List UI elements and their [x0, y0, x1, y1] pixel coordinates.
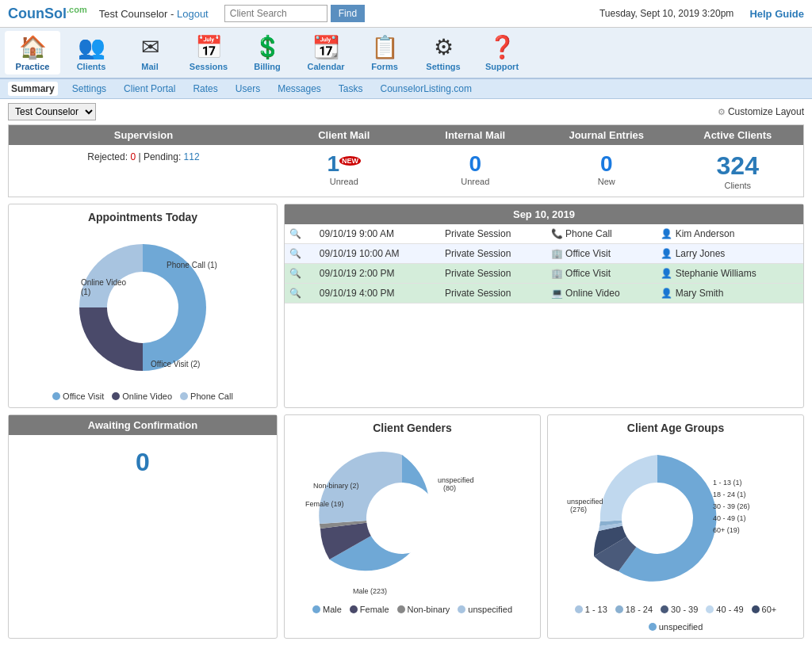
subnav-messages[interactable]: Messages [274, 82, 324, 96]
appointments-today: Appointments Today Online Video (1) Phon… [8, 204, 278, 408]
settings-label: Settings [426, 62, 460, 71]
help-guide-link[interactable]: Help Guide [749, 8, 804, 20]
customize-label: Customize Layout [728, 106, 804, 117]
male-dot [312, 605, 320, 613]
search-icon-cell[interactable]: 🔍 [285, 244, 315, 264]
datetime: Tuesday, Sept 10, 2019 3:20pm [599, 8, 733, 19]
supervision-rejected: Rejected: 0 | Pending: 112 [87, 151, 199, 162]
age-unspecified-dot [649, 623, 657, 631]
nav-billing[interactable]: 💲 Billing [239, 31, 295, 74]
nav-support[interactable]: ❓ Support [474, 31, 530, 74]
appt-client[interactable]: 👤 Larry Jones [656, 244, 803, 264]
sessions-label: Sessions [190, 62, 228, 71]
appt-client[interactable]: 👤 Kim Anderson [656, 224, 803, 244]
svg-text:Male (223): Male (223) [353, 587, 387, 595]
nonbinary-label: Non-binary [408, 605, 450, 614]
bottom-content: Awaiting Confirmation 0 Client Genders u… [0, 414, 812, 645]
age-1-13-dot [575, 605, 583, 613]
age-30-39-dot [661, 605, 668, 613]
appt-datetime: 09/10/19 10:00 AM [315, 244, 440, 264]
genders-chart-section: Client Genders unspecified (80) Non-bina… [284, 414, 541, 639]
nav-forms[interactable]: 📋 Forms [357, 31, 412, 74]
logout-link[interactable]: Logout [177, 8, 209, 20]
search-icon-cell[interactable]: 🔍 [285, 224, 315, 244]
rejected-link[interactable]: 0 [130, 151, 136, 162]
appt-client[interactable]: 👤 Mary Smith [656, 284, 803, 304]
phone-label: Phone Call [190, 391, 233, 401]
internal-mail-header: Internal Mail [410, 125, 542, 145]
appt-type: Private Session [440, 284, 546, 304]
schedule-header: Sep 10, 2019 [285, 204, 803, 224]
calendar-icon: 📆 [312, 34, 340, 60]
nav-sessions[interactable]: 📅 Sessions [181, 31, 236, 74]
nav-calendar[interactable]: 📆 Calendar [298, 31, 354, 74]
subnav-rates[interactable]: Rates [190, 82, 220, 96]
find-button[interactable]: Find [331, 5, 365, 22]
appt-client[interactable]: 👤 Stephanie Williams [656, 264, 803, 284]
search-input[interactable] [224, 5, 327, 22]
counselor-select[interactable]: Test Counselor [8, 103, 96, 120]
female-label: Female [360, 605, 389, 614]
age-40-49-label: 40 - 49 [716, 605, 743, 614]
internal-mail-count: 0 [413, 151, 538, 177]
svg-text:(276): (276) [570, 506, 587, 513]
online-label: Online Video [122, 391, 172, 401]
table-row: 🔍 09/10/19 4:00 PM Private Session 💻 Onl… [285, 284, 803, 304]
donut-chart: Online Video (1) Phone Call (1) Office V… [63, 228, 222, 387]
legend-office: Office Visit [52, 391, 104, 401]
subnav-client-portal[interactable]: Client Portal [121, 82, 178, 96]
awaiting-count: 0 [9, 435, 277, 490]
settings-icon: ⚙ [434, 34, 454, 60]
search-icon-cell[interactable]: 🔍 [285, 284, 315, 304]
search-icon-cell[interactable]: 🔍 [285, 264, 315, 284]
appt-type: Private Session [440, 224, 546, 244]
genders-legend: Male Female Non-binary unspecified [291, 605, 534, 614]
forms-icon: 📋 [371, 34, 399, 60]
customize-layout[interactable]: ⚙ Customize Layout [718, 106, 804, 117]
nav-mail[interactable]: ✉ Mail [122, 31, 178, 74]
svg-text:unspecified: unspecified [438, 476, 474, 484]
table-row: 🔍 09/10/19 9:00 AM Private Session 📞 Pho… [285, 224, 803, 244]
supervision-header: Supervision [9, 125, 278, 145]
journal-sub: New [544, 177, 669, 186]
internal-mail-content: 0 Unread [410, 145, 542, 197]
male-label: Male [323, 605, 342, 614]
svg-text:1 - 13 (1): 1 - 13 (1) [713, 479, 742, 487]
nav-practice[interactable]: 🏠 Practice [5, 31, 60, 74]
svg-text:Phone Call (1): Phone Call (1) [167, 261, 217, 269]
legend-male: Male [312, 605, 342, 614]
nav-settings[interactable]: ⚙ Settings [416, 31, 471, 74]
support-icon: ❓ [488, 34, 516, 60]
subnav-users[interactable]: Users [232, 82, 263, 96]
main-content: Appointments Today Online Video (1) Phon… [0, 204, 812, 414]
billing-icon: 💲 [254, 34, 282, 60]
legend-phone: Phone Call [180, 391, 233, 401]
appointments-title: Appointments Today [15, 211, 270, 223]
search-area: Find [224, 5, 365, 22]
age-60plus-dot [752, 605, 760, 613]
nav-clients[interactable]: 👥 Clients [63, 31, 119, 74]
subnav-counselorlisting[interactable]: CounselorListing.com [377, 82, 475, 96]
nonbinary-dot [397, 605, 405, 613]
journal-header: Journal Entries [541, 125, 672, 145]
age-30-39-label: 30 - 39 [671, 605, 698, 614]
clients-label: Clients [77, 62, 106, 71]
age-40-49-dot [706, 605, 714, 613]
subnav-tasks[interactable]: Tasks [335, 82, 366, 96]
subnav-settings[interactable]: Settings [69, 82, 109, 96]
nav-bar: 🏠 Practice 👥 Clients ✉ Mail 📅 Sessions 💲… [0, 28, 812, 79]
client-mail-content: 1NEW Unread [278, 145, 410, 197]
legend-age-1-13: 1 - 13 [575, 605, 607, 614]
counselor-row: Test Counselor ⚙ Customize Layout [0, 99, 812, 124]
appt-visit: 📞 Phone Call [546, 224, 657, 244]
logo-suffix: .com [67, 5, 87, 14]
appt-visit: 🏢 Office Visit [546, 244, 657, 264]
svg-text:Online Video: Online Video [81, 278, 127, 287]
logo: CounSol.com [8, 5, 87, 22]
awaiting-header: Awaiting Confirmation [9, 415, 277, 435]
svg-text:Office Visit (2): Office Visit (2) [151, 360, 200, 368]
subnav-summary[interactable]: Summary [8, 82, 58, 96]
new-badge: NEW [339, 156, 361, 166]
practice-label: Practice [16, 62, 50, 71]
summary-grid: Supervision Client Mail Internal Mail Jo… [8, 124, 804, 197]
